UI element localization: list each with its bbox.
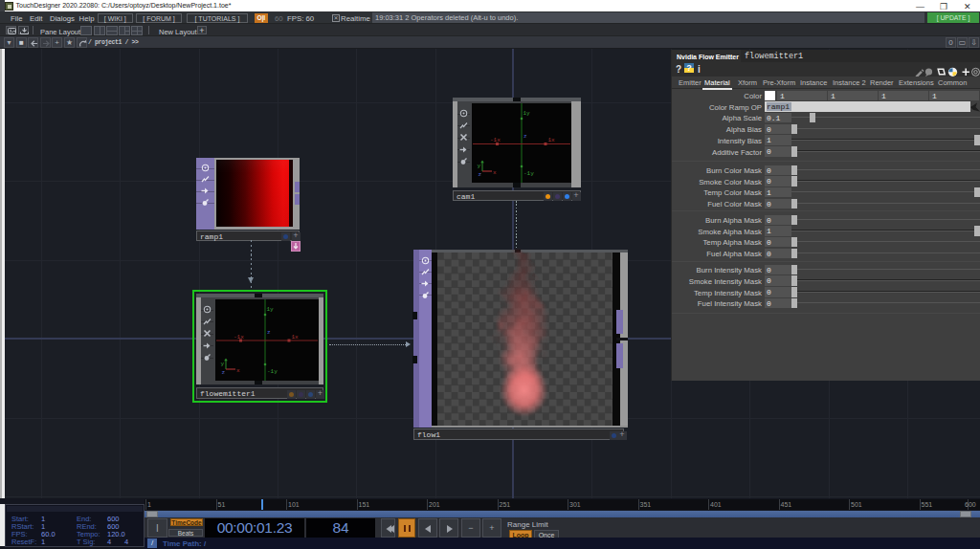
svg-text:y: y [221, 361, 225, 367]
svg-text:x: x [236, 367, 240, 374]
svg-text:z: z [267, 329, 271, 336]
svg-text:y: y [478, 163, 481, 169]
svg-text:1y: 1y [267, 306, 275, 313]
svg-text:1x: 1x [548, 137, 556, 143]
svg-text:z: z [479, 171, 482, 178]
svg-text:-1x: -1x [234, 334, 244, 340]
svg-text:z: z [523, 133, 527, 140]
svg-text:1y: 1y [523, 110, 531, 117]
svg-text:z: z [222, 369, 226, 376]
svg-text:-1y: -1y [267, 368, 278, 375]
svg-text:-1y: -1y [523, 170, 534, 177]
svg-text:-1x: -1x [490, 137, 501, 143]
svg-text:1x: 1x [292, 334, 300, 340]
svg-text:x: x [493, 169, 497, 176]
